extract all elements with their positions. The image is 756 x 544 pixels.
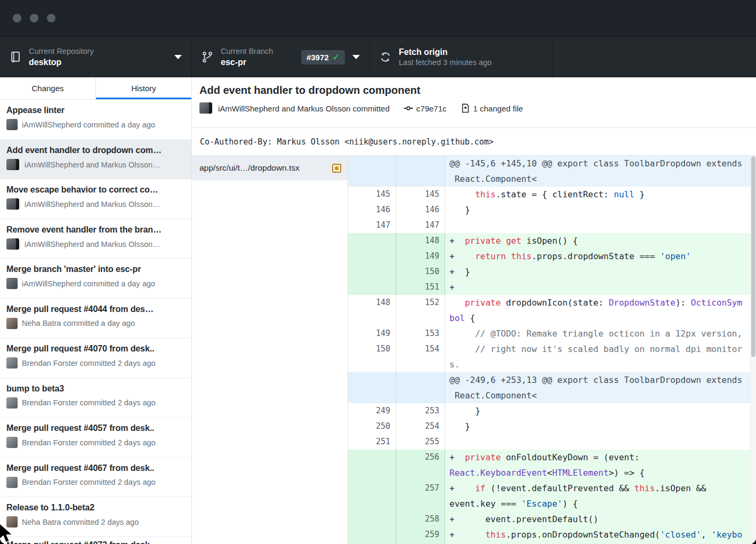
- diff-row[interactable]: 149153 // @TODO: Remake triangle octicon…: [348, 326, 750, 341]
- app-window: Current Repository desktop Current Branc…: [0, 0, 756, 544]
- diff-row[interactable]: 149+ return this.props.dropdownState ===…: [348, 249, 750, 264]
- diff-row[interactable]: 259+ this.props.onDropdownStateChanged('…: [348, 527, 750, 544]
- repository-picker[interactable]: Current Repository desktop: [0, 37, 192, 77]
- commit-item[interactable]: Merge pull request #4057 from desk..Bren…: [0, 418, 191, 458]
- tab-changes[interactable]: Changes: [0, 77, 95, 99]
- avatar: [6, 159, 20, 171]
- sidebar-tabs: Changes History: [0, 77, 191, 100]
- tab-history[interactable]: History: [95, 77, 191, 99]
- diff-row[interactable]: 150154 // right now it's scaled badly on…: [348, 341, 750, 372]
- commit-item-meta: Neha Batra committed a day ago: [6, 318, 185, 329]
- code-line: }: [445, 403, 750, 419]
- diff-row[interactable]: 256+ private onFoldoutKeyDown = (event: …: [348, 450, 750, 481]
- avatar: [6, 516, 18, 527]
- repo-name: desktop: [29, 57, 94, 68]
- diff-row[interactable]: 148152 private dropdownIcon(state: Dropd…: [348, 295, 750, 326]
- commit-item-meta: iAmWillShepherd and Markus Olsson…: [6, 159, 185, 171]
- avatar: [199, 102, 213, 114]
- new-line-number: 147: [396, 218, 445, 233]
- repo-icon: [10, 51, 21, 63]
- new-line-number: 253: [396, 403, 445, 419]
- commit-sha: c79e71c: [416, 104, 447, 113]
- file-list: app/src/ui/t…/dropdown.tsx: [192, 156, 348, 544]
- commit-item[interactable]: Appease linteriAmWillShepherd committed …: [0, 100, 191, 140]
- zoom-button[interactable]: [47, 14, 55, 22]
- commit-item[interactable]: Merge pull request #4073 from desk..: [0, 537, 191, 544]
- new-line-number: 153: [396, 326, 445, 341]
- diff-row[interactable]: 145145 this.state = { clientRect: null }: [348, 187, 750, 202]
- commit-item-title: Merge pull request #4070 from desk..: [6, 344, 185, 354]
- avatar: [6, 357, 18, 369]
- new-line-number: 254: [396, 419, 445, 434]
- code-line: @@ -145,6 +145,10 @@ export class Toolba…: [445, 156, 750, 187]
- new-line-number: 150: [396, 264, 445, 279]
- old-line-number: [348, 264, 396, 279]
- commit-icon: [404, 103, 413, 113]
- code-line: + }: [445, 264, 750, 279]
- diff-row[interactable]: 146146 }: [348, 202, 750, 218]
- diff-row[interactable]: 150+ }: [348, 264, 750, 279]
- commit-item[interactable]: bump to beta3Brendan Forster committed 2…: [0, 378, 191, 418]
- commit-item-meta: Brendan Forster committed 2 days ago: [6, 397, 185, 409]
- old-line-number: [348, 527, 396, 544]
- old-line-number: [348, 233, 396, 249]
- avatar: [6, 477, 18, 488]
- avatar: [6, 238, 20, 250]
- hunk-header-row[interactable]: @@ -249,6 +253,13 @@ export class Toolba…: [348, 372, 750, 403]
- diff-row[interactable]: 251255: [348, 434, 750, 450]
- code-line: + return this.props.dropdownState === 'o…: [445, 249, 750, 264]
- branch-label: Current Branch: [221, 46, 273, 57]
- sync-icon: [380, 51, 391, 63]
- diff-row[interactable]: 151+: [348, 279, 750, 295]
- modified-status-icon: [332, 164, 341, 173]
- diff-row[interactable]: 257+ if (!event.defaultPrevented && this…: [348, 481, 750, 511]
- avatar: [6, 437, 18, 448]
- commit-item[interactable]: Merge pull request #4070 from desk..Bren…: [0, 338, 191, 378]
- diff-row[interactable]: 249253 }: [348, 403, 750, 419]
- diff-row[interactable]: 147147: [348, 218, 750, 233]
- commit-item[interactable]: Merge branch 'master' into esc-priAmWill…: [0, 259, 191, 299]
- commit-item-title: Merge pull request #4073 from desk..: [6, 540, 185, 544]
- changed-files-group: 1 changed file: [461, 103, 523, 113]
- diff-row[interactable]: 148+ private get isOpen() {: [348, 233, 750, 249]
- commit-item[interactable]: Release to 1.1.0-beta2Neha Batra committ…: [0, 497, 191, 537]
- commit-item[interactable]: Add event handler to dropdown com…iAmWil…: [0, 140, 191, 180]
- file-diff-icon: [461, 103, 470, 113]
- old-line-number: [348, 249, 396, 264]
- new-line-number: [396, 156, 445, 187]
- changed-files-count: 1 changed file: [473, 104, 523, 113]
- hunk-header-row[interactable]: @@ -145,6 +145,10 @@ export class Toolba…: [348, 156, 750, 187]
- chevron-down-icon: [174, 55, 182, 59]
- commit-item-meta: iAmWillShepherd and Markus Olsson…: [6, 238, 185, 250]
- commit-item[interactable]: Merge pull request #4067 from desk..Bren…: [0, 458, 191, 498]
- file-item[interactable]: app/src/ui/t…/dropdown.tsx: [192, 156, 348, 180]
- old-line-number: 148: [348, 295, 396, 326]
- titlebar: [0, 0, 756, 36]
- commit-item-title: Merge pull request #4044 from des…: [6, 305, 185, 314]
- commit-title: Add event handler to dropdown component: [199, 84, 747, 97]
- code-line: + if (!event.defaultPrevented && this.is…: [445, 481, 750, 511]
- code-line: +: [445, 279, 750, 295]
- code-line: // right now it's scaled badly on normal…: [445, 341, 750, 372]
- minimize-button[interactable]: [30, 14, 38, 22]
- old-line-number: [348, 450, 396, 481]
- diff-row[interactable]: 258+ event.preventDefault(): [348, 511, 750, 527]
- commit-item[interactable]: Merge pull request #4044 from des…Neha B…: [0, 299, 191, 339]
- commit-list: Appease linteriAmWillShepherd committed …: [0, 100, 191, 544]
- commit-item-meta: iAmWillShepherd committed a day ago: [6, 278, 185, 289]
- old-line-number: 147: [348, 218, 396, 233]
- history-sidebar: Changes History Appease linteriAmWillShe…: [0, 77, 192, 544]
- commit-item[interactable]: Move escape behavior to correct co…iAmWi…: [0, 179, 191, 219]
- new-line-number: [396, 372, 445, 403]
- diff-row[interactable]: 250254 }: [348, 419, 750, 434]
- branch-name: esc-pr: [221, 57, 273, 68]
- old-line-number: 249: [348, 403, 396, 419]
- close-button[interactable]: [13, 14, 21, 22]
- fetch-origin-button[interactable]: Fetch origin Last fetched 3 minutes ago: [370, 37, 553, 77]
- branch-picker[interactable]: Current Branch esc-pr #3972 ✓: [192, 37, 370, 77]
- commit-description: Co-Authored-By: Markus Olsson <niik@user…: [192, 128, 756, 156]
- scrollbar-thumb[interactable]: [751, 156, 755, 357]
- code-line: this.state = { clientRect: null }: [445, 187, 750, 202]
- scrollbar[interactable]: [750, 156, 756, 544]
- commit-item[interactable]: Remove event handler from the bran…iAmWi…: [0, 219, 191, 259]
